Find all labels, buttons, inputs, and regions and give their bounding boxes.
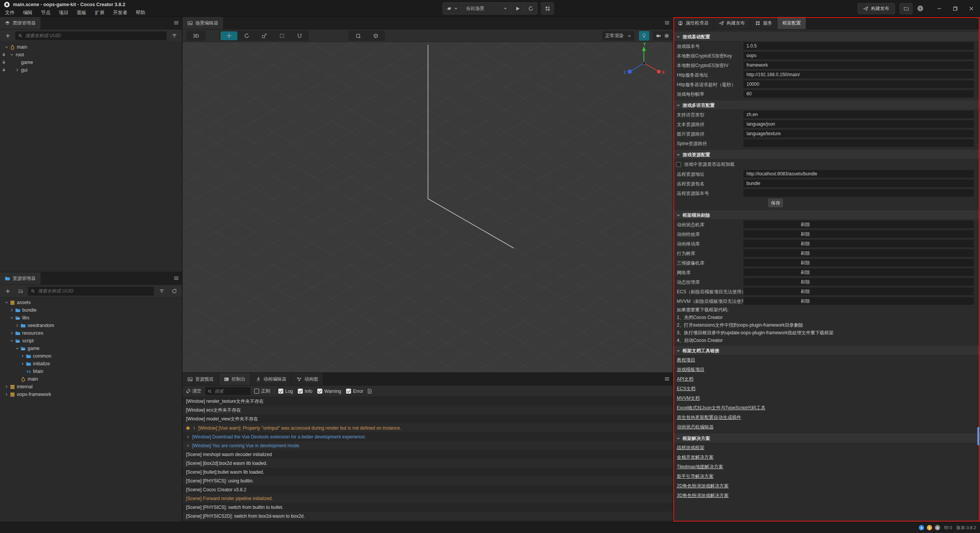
chevron-right-icon[interactable] bbox=[15, 68, 20, 72]
basic-value-input[interactable]: http://192.168.0.150/main/ bbox=[743, 71, 974, 78]
remote-load-checkbox-row[interactable]: 游戏中资源是否远程加载 bbox=[673, 159, 980, 169]
chevron-right-icon[interactable] bbox=[186, 435, 190, 439]
section-solutions[interactable]: 框架解决方案 bbox=[673, 434, 980, 443]
tab-hierarchy[interactable]: 层级管理器 bbox=[0, 17, 41, 29]
assets-node-internal[interactable]: internal bbox=[0, 383, 182, 391]
log-row-2[interactable]: [Window] model_view文件夹不存在 bbox=[183, 415, 673, 423]
status-badge-2[interactable]: 0 bbox=[935, 525, 940, 530]
doc-link[interactable]: 教程项目 bbox=[677, 357, 695, 363]
menu-6[interactable]: 开发者 bbox=[109, 8, 132, 17]
filter-log[interactable]: Log bbox=[278, 389, 293, 394]
assets-add-button[interactable] bbox=[3, 287, 13, 296]
hierarchy-node-gui[interactable]: gui bbox=[0, 66, 182, 74]
assets-node-libs[interactable]: libs bbox=[0, 314, 182, 322]
log-row-11[interactable]: [Scene] Forward render pipeline initiali… bbox=[183, 494, 673, 503]
solution-link[interactable]: 全栈开发解决方案 bbox=[677, 454, 714, 461]
checkbox-checked[interactable] bbox=[346, 389, 351, 394]
assets-node-seedrandom[interactable]: seedrandom bbox=[0, 322, 182, 329]
camera-icon[interactable] bbox=[656, 33, 661, 38]
assets-node-resources[interactable]: resources bbox=[0, 329, 182, 337]
chevron-right-icon[interactable] bbox=[20, 362, 25, 366]
hierarchy-node-main[interactable]: main bbox=[0, 43, 182, 51]
statusbar-message-count[interactable]: 0 bbox=[944, 525, 952, 530]
chevron-down-icon[interactable] bbox=[4, 45, 9, 49]
log-row-0[interactable]: [Window] render_texture文件夹不存在 bbox=[183, 397, 673, 406]
log-row-6[interactable]: [Scene] meshopt wasm decoder initialized bbox=[183, 450, 673, 459]
chevron-right-icon[interactable] bbox=[20, 354, 25, 358]
log-row-8[interactable]: [Scene] [bullet]:bullet wasm lib loaded. bbox=[183, 468, 673, 476]
module-remove-button[interactable]: 剔除 bbox=[743, 288, 974, 295]
preview-platform-dropdown[interactable] bbox=[443, 3, 462, 14]
chevron-right-icon[interactable] bbox=[4, 392, 9, 396]
module-remove-button[interactable]: 剔除 bbox=[743, 268, 974, 276]
console-menu-icon[interactable] bbox=[665, 376, 670, 381]
hierarchy-node-root[interactable]: root bbox=[0, 51, 182, 59]
doc-link[interactable]: 原生包热更新配置自动生成插件 bbox=[677, 414, 741, 421]
resource-value-input[interactable] bbox=[743, 189, 974, 197]
hierarchy-search[interactable] bbox=[15, 31, 167, 40]
i18n-value-input[interactable]: language/json bbox=[743, 120, 974, 128]
assets-sort-button[interactable] bbox=[15, 287, 25, 296]
module-remove-button[interactable]: 剔除 bbox=[743, 297, 974, 305]
help-icon[interactable]: ? bbox=[917, 5, 923, 11]
statusbar-badges[interactable]: 310 bbox=[919, 525, 940, 530]
console-search[interactable] bbox=[205, 387, 250, 395]
tab-build-publish[interactable]: 构建发布 bbox=[714, 17, 750, 29]
save-button[interactable]: 保存 bbox=[768, 199, 783, 207]
hierarchy-add-button[interactable] bbox=[3, 31, 13, 40]
assets-node-game[interactable]: game bbox=[0, 345, 182, 352]
solution-link[interactable]: 2D角色扮演游戏解决方案 bbox=[677, 483, 728, 489]
checkbox-checked[interactable] bbox=[278, 389, 283, 394]
checkbox-unchecked[interactable] bbox=[676, 162, 681, 167]
assets-node-initialize[interactable]: initialize bbox=[0, 360, 182, 368]
module-remove-button[interactable]: 剔除 bbox=[743, 230, 974, 238]
tab-animation-editor[interactable]: 动画编辑器 bbox=[251, 373, 292, 385]
pivot-tool-button[interactable] bbox=[350, 31, 366, 40]
i18n-value-input[interactable] bbox=[743, 139, 974, 147]
log-row-7[interactable]: [Scene] [box2d]:box2d wasm lib loaded. bbox=[183, 459, 673, 468]
menu-3[interactable]: 项目 bbox=[55, 8, 73, 17]
console-search-input[interactable] bbox=[214, 388, 240, 394]
scrollbar-thumb[interactable] bbox=[977, 427, 979, 445]
menu-7[interactable]: 帮助 bbox=[132, 8, 150, 17]
log-detail-icon[interactable] bbox=[367, 389, 372, 394]
tab-console[interactable]: 控制台 bbox=[219, 373, 251, 385]
assets-node-script[interactable]: script bbox=[0, 337, 182, 345]
doc-link[interactable]: 游戏模板项目 bbox=[677, 366, 704, 373]
log-row-3[interactable]: [Window] [Vue warn]: Property "onInput" … bbox=[183, 423, 673, 432]
console-clear-button[interactable]: 清空 bbox=[186, 388, 201, 394]
menu-4[interactable]: 面板 bbox=[73, 8, 91, 17]
section-resource-config[interactable]: 游戏资源配置 bbox=[673, 150, 980, 159]
solution-link[interactable]: 新手引导解决方案 bbox=[677, 473, 714, 480]
assets-node-common[interactable]: common bbox=[0, 352, 182, 360]
resource-value-input[interactable]: bundle bbox=[743, 180, 974, 187]
tab-property-inspector[interactable]: 属性检查器 bbox=[673, 17, 714, 29]
window-restore-button[interactable] bbox=[949, 3, 961, 14]
basic-value-input[interactable]: 60 bbox=[743, 90, 974, 98]
basic-value-input[interactable]: oops bbox=[743, 52, 974, 59]
log-row-5[interactable]: [Window] You are running Vue in developm… bbox=[183, 441, 673, 450]
module-remove-button[interactable]: 剔除 bbox=[743, 249, 974, 257]
hierarchy-menu-icon[interactable] bbox=[174, 20, 179, 25]
chevron-right-icon[interactable] bbox=[9, 308, 15, 312]
hierarchy-search-input[interactable] bbox=[24, 33, 163, 39]
basic-value-input[interactable]: 1.0.5 bbox=[743, 42, 974, 50]
chevron-right-icon[interactable] bbox=[15, 324, 20, 327]
assets-menu-icon[interactable] bbox=[174, 276, 179, 281]
checkbox-unchecked[interactable] bbox=[254, 389, 259, 394]
scene-viewport[interactable]: Y X Z bbox=[183, 42, 673, 372]
render-mode-dropdown[interactable]: 正常渲染 bbox=[602, 31, 634, 41]
chevron-down-icon[interactable] bbox=[4, 301, 9, 304]
assets-refresh-button[interactable] bbox=[169, 287, 179, 296]
doc-link[interactable]: ECS文档 bbox=[677, 386, 696, 392]
menu-5[interactable]: 扩展 bbox=[91, 8, 109, 17]
scene-light-toggle[interactable] bbox=[639, 31, 649, 41]
solution-link[interactable]: 战棋游戏框架 bbox=[677, 445, 704, 451]
module-remove-button[interactable]: 剔除 bbox=[743, 221, 974, 228]
chevron-down-icon[interactable] bbox=[15, 347, 20, 350]
section-i18n-config[interactable]: 游戏多语言配置 bbox=[673, 101, 980, 110]
chevron-right-icon[interactable] bbox=[9, 331, 15, 335]
chevron-right-icon[interactable] bbox=[192, 426, 196, 430]
solution-link[interactable]: 3D角色扮演游戏解决方案 bbox=[677, 492, 728, 499]
hierarchy-node-game[interactable]: game bbox=[0, 59, 182, 66]
